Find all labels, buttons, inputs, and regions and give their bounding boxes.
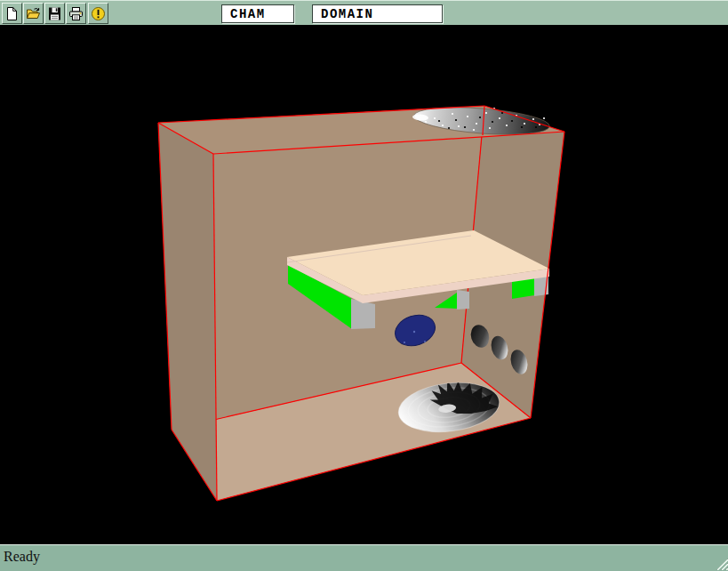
left-wall[interactable] [158,123,217,501]
status-text: Ready [4,549,40,564]
toolbar [0,0,728,25]
open-file-button[interactable] [23,3,44,24]
resize-grip[interactable] [714,556,728,570]
save-button[interactable] [44,3,65,24]
support-block-left[interactable] [351,299,375,329]
domain-scene [0,25,728,544]
about-button[interactable] [88,3,108,24]
support-block-middle[interactable] [457,290,469,310]
save-icon [47,6,62,21]
vr-editor-window: Ready [0,0,728,571]
print-icon [68,6,84,21]
new-document-icon [4,6,20,21]
print-button[interactable] [66,3,86,24]
viewport-3d[interactable] [0,25,728,544]
open-folder-icon [26,6,41,21]
group-name-field[interactable] [221,4,294,23]
object-name-field[interactable] [312,4,443,23]
about-icon [91,6,106,21]
status-bar: Ready [0,544,728,571]
new-document-button[interactable] [2,3,22,24]
